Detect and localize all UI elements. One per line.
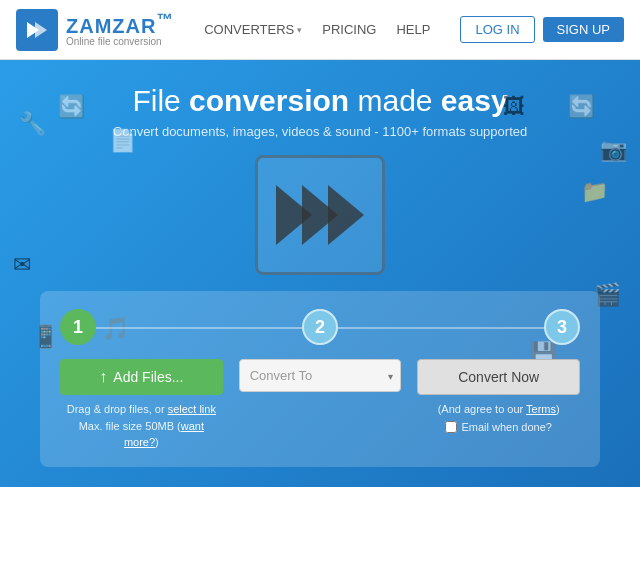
nav-pricing[interactable]: PRICING <box>322 22 376 37</box>
col-convert-to: Convert To ▾ <box>239 359 402 392</box>
steps-panel: 1 2 3 ↑ Add Files... Drag & drop files, … <box>40 291 600 467</box>
email-row: Email when done? <box>417 421 580 433</box>
login-button[interactable]: LOG IN <box>460 16 534 43</box>
col-add-files: ↑ Add Files... Drag & drop files, or sel… <box>60 359 223 451</box>
nav-converters[interactable]: CONVERTERS ▾ <box>204 22 302 37</box>
agree-text: (And agree to our Terms) <box>417 401 580 418</box>
add-files-button[interactable]: ↑ Add Files... <box>60 359 223 395</box>
logo-area: ZAMZAR™ Online file conversion <box>16 9 174 51</box>
steps-row: 1 2 3 <box>60 309 580 345</box>
terms-link[interactable]: Terms <box>526 403 556 415</box>
bg-icon-camera: 📷 <box>600 137 627 163</box>
upload-icon: ↑ <box>99 368 107 386</box>
hero-title: File conversion made easy <box>20 84 620 118</box>
bg-icon-mail: ✉ <box>13 252 31 278</box>
nav-help[interactable]: HELP <box>396 22 430 37</box>
inputs-row: ↑ Add Files... Drag & drop files, or sel… <box>60 359 580 451</box>
chevron-down-icon: ▾ <box>297 25 302 35</box>
nav-buttons: LOG IN SIGN UP <box>460 16 624 43</box>
logo-icon <box>16 9 58 51</box>
play-arrows <box>276 185 364 245</box>
nav-links: CONVERTERS ▾ PRICING HELP <box>204 22 430 37</box>
step-circle-1: 1 <box>60 309 96 345</box>
email-checkbox[interactable] <box>445 421 457 433</box>
svg-marker-1 <box>35 22 47 38</box>
col-convert-now: Convert Now (And agree to our Terms) Ema… <box>417 359 580 433</box>
bg-icon-folder: 📁 <box>581 179 608 205</box>
logo-name: ZAMZAR <box>66 15 156 37</box>
convert-select-wrapper: Convert To ▾ <box>239 359 402 392</box>
navbar: ZAMZAR™ Online file conversion CONVERTER… <box>0 0 640 60</box>
select-link[interactable]: select link <box>168 403 216 415</box>
step-circle-2: 2 <box>302 309 338 345</box>
email-when-done-label: Email when done? <box>461 421 552 433</box>
logo-title: ZAMZAR™ <box>66 12 174 36</box>
arrow-3 <box>328 185 364 245</box>
logo-tm: ™ <box>156 10 174 29</box>
convert-now-button[interactable]: Convert Now <box>417 359 580 395</box>
hero-section: 🔧 🔄 ✉ 📱 📄 🎵 🖼 📁 🔄 🎬 💾 📷 File conversion … <box>0 60 640 487</box>
hero-subtitle: Convert documents, images, videos & soun… <box>20 124 620 139</box>
logo-subtitle: Online file conversion <box>66 36 174 47</box>
drag-drop-text: Drag & drop files, or select link Max. f… <box>60 401 223 451</box>
convert-to-select[interactable]: Convert To <box>239 359 402 392</box>
logo-text: ZAMZAR™ Online file conversion <box>66 12 174 47</box>
center-graphic <box>255 155 385 275</box>
signup-button[interactable]: SIGN UP <box>543 17 624 42</box>
step-circle-3: 3 <box>544 309 580 345</box>
